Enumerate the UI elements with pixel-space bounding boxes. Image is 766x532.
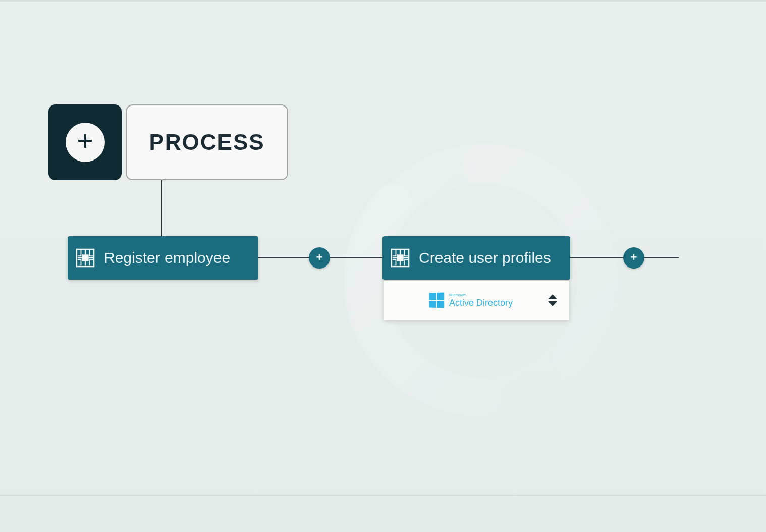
svg-rect-1 bbox=[82, 254, 88, 261]
footer-divider bbox=[0, 495, 766, 496]
step-label: Create user profiles bbox=[419, 249, 551, 267]
dropdown-product: Active Directory bbox=[449, 298, 513, 307]
step-icon bbox=[76, 248, 95, 268]
process-header: + PROCESS bbox=[48, 104, 288, 180]
connector-vertical bbox=[161, 180, 162, 244]
stepper-arrows-icon bbox=[548, 294, 557, 306]
add-step-button-1[interactable]: + bbox=[309, 247, 330, 269]
plus-icon: + bbox=[631, 252, 637, 263]
dropdown-vendor: Microsoft bbox=[449, 293, 513, 297]
step-register-employee[interactable]: Register employee bbox=[68, 236, 258, 280]
add-step-button-2[interactable]: + bbox=[623, 247, 644, 269]
process-title-card[interactable]: PROCESS bbox=[126, 104, 288, 180]
step-label: Register employee bbox=[104, 249, 230, 267]
integration-dropdown[interactable]: Microsoft Active Directory bbox=[384, 281, 569, 320]
dropdown-selected: Microsoft Active Directory bbox=[429, 293, 513, 308]
svg-rect-3 bbox=[397, 254, 403, 261]
windows-logo-icon bbox=[429, 293, 445, 308]
diagram-canvas: + PROCESS Register employee + bbox=[0, 0, 766, 532]
add-process-button[interactable]: + bbox=[48, 104, 122, 180]
step-icon bbox=[391, 248, 410, 268]
plus-icon: + bbox=[316, 252, 323, 263]
process-title: PROCESS bbox=[149, 130, 264, 155]
step-create-user-profiles[interactable]: Create user profiles bbox=[382, 236, 570, 280]
plus-icon: + bbox=[66, 123, 105, 162]
